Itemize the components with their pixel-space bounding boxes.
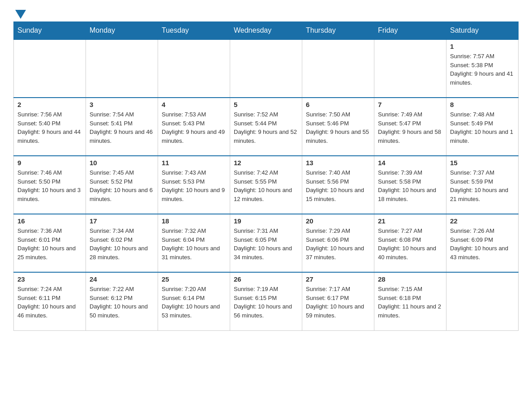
day-number: 21: [378, 217, 442, 225]
day-info: Sunrise: 7:46 AM Sunset: 5:50 PM Dayligh…: [17, 168, 82, 203]
day-info: Sunrise: 7:53 AM Sunset: 5:43 PM Dayligh…: [162, 110, 226, 145]
day-number: 18: [162, 217, 226, 225]
day-info: Sunrise: 7:26 AM Sunset: 6:09 PM Dayligh…: [450, 227, 515, 261]
calendar-cell: [446, 272, 519, 330]
calendar-cell: 20Sunrise: 7:29 AM Sunset: 6:06 PM Dayli…: [302, 214, 374, 272]
day-info: Sunrise: 7:40 AM Sunset: 5:56 PM Dayligh…: [306, 168, 370, 203]
day-info: Sunrise: 7:37 AM Sunset: 5:59 PM Dayligh…: [450, 168, 515, 203]
calendar-cell: 4Sunrise: 7:53 AM Sunset: 5:43 PM Daylig…: [158, 98, 230, 156]
calendar-cell: 26Sunrise: 7:19 AM Sunset: 6:15 PM Dayli…: [230, 272, 302, 330]
day-info: Sunrise: 7:43 AM Sunset: 5:53 PM Dayligh…: [162, 168, 226, 203]
day-number: 27: [306, 275, 370, 283]
calendar-cell: [230, 39, 302, 98]
calendar-cell: 12Sunrise: 7:42 AM Sunset: 5:55 PM Dayli…: [230, 156, 302, 214]
day-info: Sunrise: 7:48 AM Sunset: 5:49 PM Dayligh…: [450, 110, 515, 145]
week-row-2: 2Sunrise: 7:56 AM Sunset: 5:40 PM Daylig…: [14, 98, 519, 156]
day-info: Sunrise: 7:50 AM Sunset: 5:46 PM Dayligh…: [306, 110, 370, 145]
day-number: 19: [234, 217, 298, 225]
day-info: Sunrise: 7:29 AM Sunset: 6:06 PM Dayligh…: [306, 227, 370, 261]
day-info: Sunrise: 7:17 AM Sunset: 6:17 PM Dayligh…: [306, 285, 370, 320]
day-number: 3: [90, 101, 154, 108]
calendar-cell: 11Sunrise: 7:43 AM Sunset: 5:53 PM Dayli…: [158, 156, 230, 214]
day-info: Sunrise: 7:32 AM Sunset: 6:04 PM Dayligh…: [162, 227, 226, 261]
day-info: Sunrise: 7:24 AM Sunset: 6:11 PM Dayligh…: [17, 285, 82, 320]
calendar-cell: 25Sunrise: 7:20 AM Sunset: 6:14 PM Dayli…: [158, 272, 230, 330]
calendar-cell: 14Sunrise: 7:39 AM Sunset: 5:58 PM Dayli…: [374, 156, 446, 214]
day-number: 16: [17, 217, 82, 225]
day-number: 25: [162, 275, 226, 283]
day-number: 14: [378, 159, 442, 167]
calendar-header-monday: Monday: [86, 22, 158, 40]
day-number: 17: [90, 217, 154, 225]
calendar-cell: 16Sunrise: 7:36 AM Sunset: 6:01 PM Dayli…: [14, 214, 86, 272]
calendar-cell: [374, 39, 446, 98]
calendar-cell: [86, 39, 158, 98]
day-number: 26: [234, 275, 298, 283]
calendar-cell: [302, 39, 374, 98]
calendar-cell: 13Sunrise: 7:40 AM Sunset: 5:56 PM Dayli…: [302, 156, 374, 214]
day-info: Sunrise: 7:42 AM Sunset: 5:55 PM Dayligh…: [234, 168, 298, 203]
calendar-cell: 23Sunrise: 7:24 AM Sunset: 6:11 PM Dayli…: [14, 272, 86, 330]
day-info: Sunrise: 7:15 AM Sunset: 6:18 PM Dayligh…: [378, 285, 442, 320]
day-number: 9: [17, 159, 82, 167]
calendar-cell: [158, 39, 230, 98]
calendar-header-thursday: Thursday: [302, 22, 374, 40]
day-info: Sunrise: 7:34 AM Sunset: 6:02 PM Dayligh…: [90, 227, 154, 261]
day-number: 6: [306, 101, 370, 108]
day-number: 22: [450, 217, 515, 225]
calendar-header-friday: Friday: [374, 22, 446, 40]
day-number: 11: [162, 159, 226, 167]
calendar-header-saturday: Saturday: [446, 22, 519, 40]
day-number: 10: [90, 159, 154, 167]
day-info: Sunrise: 7:20 AM Sunset: 6:14 PM Dayligh…: [162, 285, 226, 320]
day-info: Sunrise: 7:36 AM Sunset: 6:01 PM Dayligh…: [17, 227, 82, 261]
day-info: Sunrise: 7:22 AM Sunset: 6:12 PM Dayligh…: [90, 285, 154, 320]
calendar-cell: 22Sunrise: 7:26 AM Sunset: 6:09 PM Dayli…: [446, 214, 519, 272]
day-info: Sunrise: 7:57 AM Sunset: 5:38 PM Dayligh…: [450, 52, 515, 87]
day-info: Sunrise: 7:49 AM Sunset: 5:47 PM Dayligh…: [378, 110, 442, 145]
calendar-cell: 5Sunrise: 7:52 AM Sunset: 5:44 PM Daylig…: [230, 98, 302, 156]
day-number: 13: [306, 159, 370, 167]
day-number: 24: [90, 275, 154, 283]
calendar-cell: 19Sunrise: 7:31 AM Sunset: 6:05 PM Dayli…: [230, 214, 302, 272]
day-number: 20: [306, 217, 370, 225]
day-info: Sunrise: 7:39 AM Sunset: 5:58 PM Dayligh…: [378, 168, 442, 203]
logo: [13, 9, 26, 17]
page-header: [13, 9, 519, 17]
day-number: 7: [378, 101, 442, 108]
day-number: 5: [234, 101, 298, 108]
calendar-header-tuesday: Tuesday: [158, 22, 230, 40]
week-row-5: 23Sunrise: 7:24 AM Sunset: 6:11 PM Dayli…: [14, 272, 519, 330]
day-number: 4: [162, 101, 226, 108]
calendar-cell: 27Sunrise: 7:17 AM Sunset: 6:17 PM Dayli…: [302, 272, 374, 330]
calendar-cell: 6Sunrise: 7:50 AM Sunset: 5:46 PM Daylig…: [302, 98, 374, 156]
calendar-cell: 28Sunrise: 7:15 AM Sunset: 6:18 PM Dayli…: [374, 272, 446, 330]
day-info: Sunrise: 7:45 AM Sunset: 5:52 PM Dayligh…: [90, 168, 154, 203]
day-info: Sunrise: 7:56 AM Sunset: 5:40 PM Dayligh…: [17, 110, 82, 145]
day-info: Sunrise: 7:52 AM Sunset: 5:44 PM Dayligh…: [234, 110, 298, 145]
day-number: 1: [450, 43, 515, 50]
calendar-cell: [14, 39, 86, 98]
calendar-cell: 8Sunrise: 7:48 AM Sunset: 5:49 PM Daylig…: [446, 98, 519, 156]
calendar-cell: 2Sunrise: 7:56 AM Sunset: 5:40 PM Daylig…: [14, 98, 86, 156]
day-info: Sunrise: 7:19 AM Sunset: 6:15 PM Dayligh…: [234, 285, 298, 320]
calendar-header-sunday: Sunday: [14, 22, 86, 40]
day-number: 12: [234, 159, 298, 167]
day-number: 2: [17, 101, 82, 108]
calendar-cell: 21Sunrise: 7:27 AM Sunset: 6:08 PM Dayli…: [374, 214, 446, 272]
calendar-cell: 7Sunrise: 7:49 AM Sunset: 5:47 PM Daylig…: [374, 98, 446, 156]
week-row-1: 1Sunrise: 7:57 AM Sunset: 5:38 PM Daylig…: [14, 39, 519, 98]
day-number: 23: [17, 275, 82, 283]
calendar-cell: 15Sunrise: 7:37 AM Sunset: 5:59 PM Dayli…: [446, 156, 519, 214]
day-info: Sunrise: 7:54 AM Sunset: 5:41 PM Dayligh…: [90, 110, 154, 145]
calendar-cell: 17Sunrise: 7:34 AM Sunset: 6:02 PM Dayli…: [86, 214, 158, 272]
calendar-cell: 1Sunrise: 7:57 AM Sunset: 5:38 PM Daylig…: [446, 39, 519, 98]
calendar-cell: 18Sunrise: 7:32 AM Sunset: 6:04 PM Dayli…: [158, 214, 230, 272]
week-row-3: 9Sunrise: 7:46 AM Sunset: 5:50 PM Daylig…: [14, 156, 519, 214]
day-number: 15: [450, 159, 515, 167]
day-info: Sunrise: 7:31 AM Sunset: 6:05 PM Dayligh…: [234, 227, 298, 261]
calendar-cell: 3Sunrise: 7:54 AM Sunset: 5:41 PM Daylig…: [86, 98, 158, 156]
calendar-table: SundayMondayTuesdayWednesdayThursdayFrid…: [13, 21, 519, 331]
day-number: 28: [378, 275, 442, 283]
day-number: 8: [450, 101, 515, 108]
